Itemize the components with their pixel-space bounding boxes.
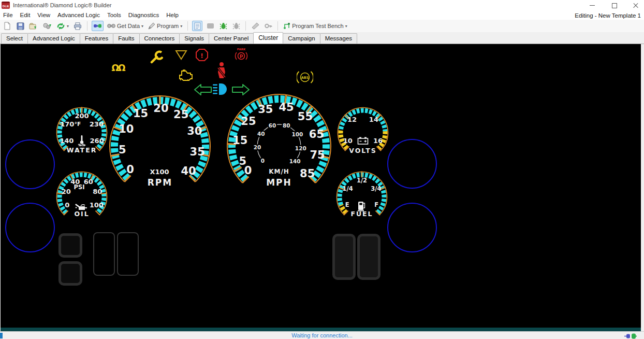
rpm-tick-label: 20 <box>153 102 168 115</box>
rpm-tick-label: 40 <box>181 165 196 177</box>
fuel-tick-label: 3/4 <box>371 185 381 192</box>
water-tick-label: 170 <box>60 120 74 128</box>
tab-connectors[interactable]: Connectors <box>139 33 180 44</box>
toolbar: ▾ Get Data ▾ Program ▾ <box>0 20 644 32</box>
water-tick-label: 140 <box>60 137 74 145</box>
volts-tick-label: 12 <box>347 116 357 123</box>
abs-icon: ABS <box>297 70 313 87</box>
menu-diagnostics[interactable]: Diagnostics <box>128 12 159 18</box>
left-turn-signal-icon <box>194 83 212 98</box>
park-text: PARK <box>237 48 246 51</box>
cluster-button-tall-right[interactable] <box>357 234 380 280</box>
coolant-temp-icon <box>78 135 86 148</box>
view-document-button[interactable] <box>192 21 202 31</box>
debug-button[interactable] <box>218 21 228 31</box>
refresh-icon <box>56 22 65 30</box>
cluster-button-tall-left[interactable] <box>332 234 356 280</box>
tab-faults[interactable]: Faults <box>113 33 139 44</box>
key-button[interactable] <box>263 21 273 31</box>
minimize-icon[interactable] <box>589 2 595 8</box>
menu-help[interactable]: Help <box>166 12 179 18</box>
menu-advanced-logic[interactable]: Advanced Logic <box>57 12 100 18</box>
refresh-button[interactable]: ▾ <box>55 21 70 31</box>
export-report-button[interactable] <box>28 21 39 31</box>
cluster-gauges-canvas: 140170200230260°FWATER0510152025303540X1… <box>1 44 641 331</box>
print-button[interactable] <box>72 21 83 31</box>
get-data-button[interactable]: Get Data ▾ <box>106 21 144 31</box>
eraser-button[interactable] <box>250 21 260 31</box>
wait-to-start-icon: ΩΩ <box>110 62 126 76</box>
water-unit-label: °F <box>75 121 81 127</box>
right-turn-signal-icon <box>231 83 250 98</box>
fuel-pump-icon <box>357 200 365 214</box>
binoculars-icon <box>107 23 115 29</box>
toolbar-separator <box>245 21 246 31</box>
check-engine-icon <box>177 68 193 83</box>
new-document-icon <box>4 22 11 30</box>
tab-messages[interactable]: Messages <box>320 33 357 44</box>
oil-tick-label: 60 <box>84 178 93 186</box>
new-document-button[interactable] <box>2 21 12 31</box>
cluster-button-small-top[interactable] <box>58 233 82 258</box>
program-test-bench-button[interactable]: Program Test Bench ▾ <box>282 21 348 31</box>
wait-to-start-glyph: ΩΩ <box>112 63 125 73</box>
debug-disabled-button[interactable] <box>231 21 241 31</box>
fuel-tick-label: 1/2 <box>357 177 367 184</box>
volts-label: VOLTS <box>349 147 377 154</box>
get-data-caret-icon: ▾ <box>141 24 143 29</box>
mph-tick-label: 65 <box>309 128 324 140</box>
mph-tick-label: 45 <box>279 101 294 114</box>
print-icon <box>74 22 82 30</box>
service-wrench-icon <box>150 50 163 66</box>
placeholder-ring <box>5 203 55 252</box>
menu-tools[interactable]: Tools <box>107 12 121 18</box>
kmh-label: KM/H <box>269 168 289 175</box>
tab-select[interactable]: Select <box>1 33 28 44</box>
gray-box-icon <box>207 23 214 29</box>
stop-exclamation-glyph: ! <box>200 52 203 60</box>
close-icon[interactable] <box>633 2 639 8</box>
cluster-slot-left[interactable] <box>93 232 115 276</box>
tab-advanced-logic[interactable]: Advanced Logic <box>27 33 80 44</box>
placeholder-ring <box>387 139 437 189</box>
oil-tick-label: 0 <box>65 201 69 209</box>
cluster-button-small-bottom[interactable] <box>58 261 82 286</box>
rpm-tick-label: 15 <box>133 107 148 120</box>
menu-edit[interactable]: Edit <box>20 12 31 18</box>
battery-icon <box>357 136 369 147</box>
kmh-tick-label: 20 <box>254 144 261 150</box>
oil-tick-label: 20 <box>62 188 71 195</box>
app-logo-icon: DLB <box>2 2 10 9</box>
mph-tick-label: 15 <box>232 134 247 147</box>
stop-indicator-icon: ! <box>196 49 208 63</box>
mph-tick-label: 35 <box>258 103 273 116</box>
status-message: Waiting for connection... <box>0 332 644 338</box>
kmh-scale-arc <box>257 124 301 161</box>
program-caret-icon: ▾ <box>180 24 182 29</box>
menu-file[interactable]: File <box>3 12 13 18</box>
rpm-tick-label: 5 <box>119 144 126 156</box>
placeholder-ring <box>5 139 55 189</box>
connect-button[interactable] <box>92 21 104 31</box>
tab-center-panel[interactable]: Center Panel <box>209 33 254 44</box>
menu-view[interactable]: View <box>37 12 50 18</box>
kmh-tick-label: 80 <box>283 122 290 129</box>
tab-cluster[interactable]: Cluster <box>253 32 283 44</box>
save-button[interactable] <box>15 21 25 31</box>
water-tick-label: 260 <box>90 137 104 145</box>
rpm-label: RPM <box>148 177 172 188</box>
rpm-tick-label: 10 <box>119 123 134 135</box>
cluster-slot-right[interactable] <box>117 232 139 276</box>
tab-features[interactable]: Features <box>80 33 113 44</box>
menu-bar: File Edit View Advanced Logic Tools Diag… <box>0 10 644 20</box>
refresh-caret-icon: ▾ <box>67 24 69 29</box>
tab-campaign[interactable]: Campaign <box>283 33 320 44</box>
warning-triangle-icon <box>175 50 187 62</box>
rpm-tick-label: 35 <box>190 146 205 158</box>
inactive-panel-button[interactable] <box>205 21 215 31</box>
update-tools-button[interactable] <box>41 21 53 31</box>
volts-tick-label: 14 <box>369 116 378 123</box>
tab-signals[interactable]: Signals <box>179 33 209 44</box>
restore-icon[interactable] <box>611 2 617 8</box>
program-button[interactable]: Program ▾ <box>147 21 183 31</box>
